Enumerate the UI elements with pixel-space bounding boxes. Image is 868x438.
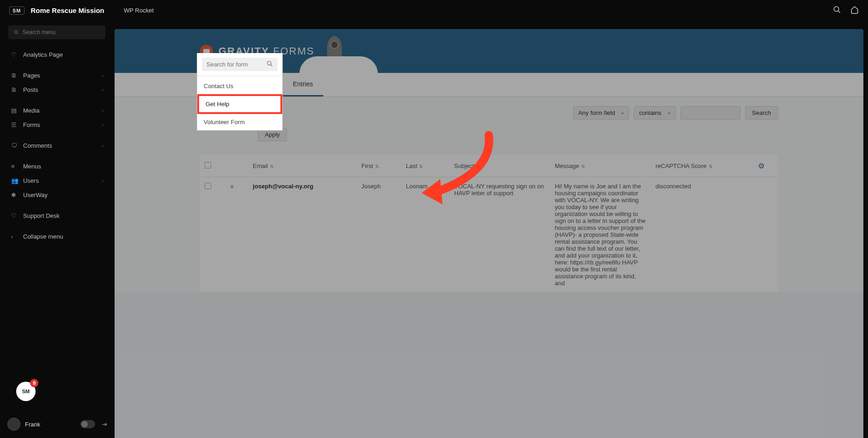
rocket-illustration: [299, 29, 378, 73]
sidebar-item-collapse-menu[interactable]: ‹Collapse menu: [5, 229, 110, 244]
sort-icon[interactable]: ⇅: [375, 164, 379, 169]
field-select[interactable]: Any form field: [573, 106, 629, 120]
menu-icon: ☰: [11, 121, 18, 128]
sidebar-item-label: Analytics Page: [23, 51, 63, 58]
gear-icon[interactable]: ⚙: [758, 162, 765, 170]
search-value-input[interactable]: [680, 106, 741, 120]
col-header[interactable]: Subject⇅: [449, 155, 550, 177]
sidebar-item-support-desk[interactable]: ♡Support Desk: [5, 209, 110, 223]
select-all-checkbox[interactable]: [205, 162, 211, 168]
svg-line-1: [838, 11, 840, 13]
cell-score: disconnected: [651, 177, 753, 293]
theme-toggle[interactable]: [80, 420, 95, 428]
cell-email[interactable]: joseph@vocal-ny.org: [248, 177, 357, 293]
sort-icon[interactable]: ⇅: [270, 164, 273, 169]
svg-line-5: [271, 65, 273, 66]
floating-badge[interactable]: SM 9: [16, 382, 36, 401]
sidebar-item-userway[interactable]: ✱UserWay: [5, 188, 110, 202]
badge-count: 9: [30, 379, 38, 387]
cell-last: Loonam: [401, 177, 449, 293]
search-menu[interactable]: [8, 25, 105, 39]
sidebar-item-label: Comments: [23, 142, 52, 149]
sidebar-item-label: Pages: [23, 72, 40, 79]
form-search-input[interactable]: [206, 61, 267, 68]
form-search[interactable]: [202, 58, 278, 71]
menu-icon: ✱: [11, 192, 18, 198]
search-icon[interactable]: [833, 6, 841, 16]
svg-point-0: [834, 6, 839, 12]
operator-select[interactable]: contains: [634, 106, 675, 120]
sidebar-item-label: Media: [23, 107, 39, 114]
sidebar-item-label: Forms: [23, 121, 40, 128]
chevron-icon: ‹: [102, 108, 103, 113]
sidebar-item-label: Users: [23, 177, 39, 184]
col-header: ⚙: [753, 155, 778, 177]
menu-icon: ♡: [11, 51, 18, 58]
chevron-icon: ‹: [102, 122, 103, 127]
home-icon[interactable]: [850, 6, 859, 16]
col-header: [200, 155, 225, 177]
sidebar-item-forms[interactable]: ☰Forms‹: [5, 118, 110, 132]
menu-icon: ▤: [11, 107, 18, 114]
wp-rocket-link[interactable]: WP Rocket: [124, 7, 154, 14]
search-button[interactable]: Search: [745, 106, 778, 120]
menu-icon: 🗨: [11, 142, 18, 149]
col-header[interactable]: First⇅: [357, 155, 401, 177]
sidebar-item-label: Collapse menu: [23, 233, 63, 240]
chevron-icon: ‹: [102, 178, 103, 183]
menu-icon: ≡: [11, 163, 18, 170]
svg-point-4: [267, 61, 271, 65]
sort-icon[interactable]: ⇅: [581, 164, 585, 169]
sidebar-item-analytics-page[interactable]: ♡Analytics Page: [5, 48, 110, 62]
sidebar-item-media[interactable]: ▤Media‹: [5, 103, 110, 118]
col-header[interactable]: Last⇅: [401, 155, 449, 177]
sidebar-item-posts[interactable]: 🗎Posts‹: [5, 83, 110, 97]
cell-message: Hi! My name is Joe and I am the housing …: [550, 177, 651, 293]
menu-icon: 👥: [11, 177, 18, 184]
sort-icon[interactable]: ⇅: [419, 164, 423, 169]
chevron-icon: ‹: [102, 143, 103, 148]
sidebar-item-menus[interactable]: ≡Menus: [5, 159, 110, 174]
sidebar-item-label: Support Desk: [23, 212, 60, 219]
logo-badge: SM: [9, 6, 24, 15]
col-header[interactable]: reCAPTCHA Score⇅: [651, 155, 753, 177]
site-name[interactable]: Rome Rescue Mission: [31, 6, 104, 14]
sidebar-item-users[interactable]: 👥Users‹: [5, 174, 110, 188]
expand-icon[interactable]: ⇥: [102, 420, 107, 428]
sidebar-item-label: Menus: [23, 163, 41, 170]
sidebar-item-pages[interactable]: 🗎Pages‹: [5, 68, 110, 83]
menu-icon: 🗎: [11, 72, 18, 79]
entries-table: Email⇅First⇅Last⇅Subject⇅Message⇅reCAPTC…: [200, 155, 778, 293]
form-option-contact-us[interactable]: Contact Us: [197, 78, 282, 94]
sidebar: ♡Analytics Page🗎Pages‹🗎Posts‹▤Media‹☰For…: [0, 21, 115, 438]
search-icon[interactable]: [267, 60, 273, 68]
menu-icon: ♡: [11, 212, 18, 219]
form-option-volunteer-form[interactable]: Volunteer Form: [197, 114, 282, 130]
col-header[interactable]: Email⇅: [248, 155, 357, 177]
menu-icon: 🗎: [11, 86, 18, 93]
sort-icon[interactable]: ⇅: [709, 164, 712, 169]
sidebar-item-label: Posts: [23, 86, 38, 93]
sidebar-item-comments[interactable]: 🗨Comments‹: [5, 138, 110, 153]
svg-line-3: [17, 33, 18, 34]
form-option-get-help[interactable]: Get Help: [197, 94, 282, 114]
table-row[interactable]: ★ joseph@vocal-ny.org Joseph Loonam VOCA…: [200, 177, 778, 293]
main-content: GRAVITY FORMS Contact Us ⌃ Entries Spam …: [115, 29, 863, 438]
tab-entries[interactable]: Entries: [283, 73, 323, 96]
username: Frank: [25, 421, 40, 428]
sort-icon[interactable]: ⇅: [476, 164, 480, 169]
cell-first: Joseph: [357, 177, 401, 293]
svg-point-2: [14, 30, 17, 33]
row-checkbox[interactable]: [205, 183, 211, 189]
cell-subject: VOCAL-NY requesting sign on on HAVP lett…: [449, 177, 550, 293]
col-header[interactable]: Message⇅: [550, 155, 651, 177]
col-header: [225, 155, 248, 177]
search-menu-input[interactable]: [23, 29, 100, 36]
menu-icon: ‹: [11, 233, 18, 240]
user-avatar[interactable]: [7, 418, 20, 431]
star-icon[interactable]: ★: [229, 183, 235, 190]
chevron-icon: ‹: [102, 73, 103, 78]
form-dropdown-panel: Contact UsGet HelpVolunteer Form: [197, 53, 283, 131]
chevron-icon: ‹: [102, 87, 103, 92]
sidebar-item-label: UserWay: [23, 192, 48, 198]
